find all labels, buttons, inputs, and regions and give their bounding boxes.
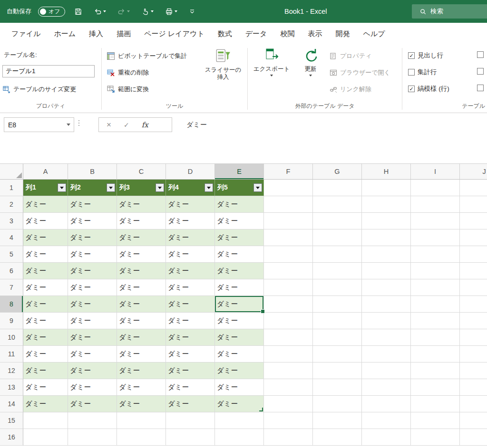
cell-D8[interactable]: ダミー	[166, 296, 215, 313]
save-button[interactable]	[72, 4, 85, 19]
cell-B1[interactable]: 列2	[68, 180, 117, 196]
autosave-toggle[interactable]: オフ	[38, 7, 65, 17]
cell-J2[interactable]	[460, 196, 487, 213]
cell-E2[interactable]: ダミー	[215, 196, 264, 213]
cell-A1[interactable]: 列1	[23, 180, 68, 196]
cell-G12[interactable]	[313, 362, 362, 379]
cell-D12[interactable]: ダミー	[166, 362, 215, 379]
row-header-8[interactable]: 8	[0, 296, 23, 313]
cell-I2[interactable]	[411, 196, 460, 213]
tab-draw[interactable]: 描画	[110, 23, 137, 45]
cancel-button[interactable]: ×	[107, 120, 111, 130]
cell-E13[interactable]: ダミー	[215, 379, 264, 396]
qat-customize-button[interactable]	[186, 4, 198, 19]
cell-I3[interactable]	[411, 213, 460, 229]
cell-H1[interactable]	[362, 180, 411, 196]
column-header-B[interactable]: B	[68, 164, 117, 180]
cell-G4[interactable]	[313, 229, 362, 246]
cell-H7[interactable]	[362, 279, 411, 296]
cell-B11[interactable]: ダミー	[68, 346, 117, 362]
tab-file[interactable]: ファイル	[5, 23, 47, 45]
cell-H13[interactable]	[362, 379, 411, 396]
search-input[interactable]: 検索	[412, 4, 487, 19]
cell-F13[interactable]	[264, 379, 313, 396]
cell-D4[interactable]: ダミー	[166, 229, 215, 246]
cell-C10[interactable]: ダミー	[117, 329, 166, 346]
cell-E10[interactable]: ダミー	[215, 329, 264, 346]
cell-G15[interactable]	[313, 412, 362, 429]
row-header-10[interactable]: 10	[0, 329, 23, 346]
name-box[interactable]: E8	[4, 117, 74, 132]
cell-I9[interactable]	[411, 313, 460, 329]
row-header-6[interactable]: 6	[0, 263, 23, 279]
cell-C15[interactable]	[117, 412, 166, 429]
cell-E6[interactable]: ダミー	[215, 263, 264, 279]
row-header-3[interactable]: 3	[0, 213, 23, 229]
cell-A3[interactable]: ダミー	[23, 213, 68, 229]
cell-D11[interactable]: ダミー	[166, 346, 215, 362]
row-header-4[interactable]: 4	[0, 229, 23, 246]
cell-C6[interactable]: ダミー	[117, 263, 166, 279]
export-button[interactable]: エクスポート	[252, 48, 292, 76]
tab-page-layout[interactable]: ページ レイアウト	[137, 23, 211, 45]
cell-D5[interactable]: ダミー	[166, 246, 215, 263]
cell-H6[interactable]	[362, 263, 411, 279]
total-row-checkbox[interactable]: ✓ 集計行	[408, 68, 437, 76]
cell-A7[interactable]: ダミー	[23, 279, 68, 296]
cell-J5[interactable]	[460, 246, 487, 263]
insert-function-button[interactable]: fx	[142, 121, 148, 129]
cell-A16[interactable]	[23, 429, 68, 446]
cell-F16[interactable]	[264, 429, 313, 446]
cell-J13[interactable]	[460, 379, 487, 396]
cell-J12[interactable]	[460, 362, 487, 379]
cell-H2[interactable]	[362, 196, 411, 213]
table-name-input[interactable]: テーブル1	[2, 65, 95, 77]
cell-B7[interactable]: ダミー	[68, 279, 117, 296]
cell-C1[interactable]: 列3	[117, 180, 166, 196]
cell-A14[interactable]: ダミー	[23, 396, 68, 412]
cell-J11[interactable]	[460, 346, 487, 362]
cell-F4[interactable]	[264, 229, 313, 246]
filter-button-E[interactable]	[253, 183, 262, 192]
cell-I11[interactable]	[411, 346, 460, 362]
column-header-J[interactable]: J	[460, 164, 487, 180]
name-box-dropdown[interactable]	[63, 124, 74, 126]
resize-table-button[interactable]: テーブルのサイズ変更	[2, 84, 76, 95]
cell-A9[interactable]: ダミー	[23, 313, 68, 329]
cell-A15[interactable]	[23, 412, 68, 429]
cell-G11[interactable]	[313, 346, 362, 362]
cell-G14[interactable]	[313, 396, 362, 412]
cell-F1[interactable]	[264, 180, 313, 196]
cell-H10[interactable]	[362, 329, 411, 346]
cell-G8[interactable]	[313, 296, 362, 313]
cell-H4[interactable]	[362, 229, 411, 246]
refresh-button[interactable]: 更新	[297, 48, 324, 76]
cell-D13[interactable]: ダミー	[166, 379, 215, 396]
cell-E9[interactable]: ダミー	[215, 313, 264, 329]
cell-C14[interactable]: ダミー	[117, 396, 166, 412]
cell-B4[interactable]: ダミー	[68, 229, 117, 246]
column-header-C[interactable]: C	[117, 164, 166, 180]
cell-J9[interactable]	[460, 313, 487, 329]
tab-help[interactable]: ヘルプ	[356, 23, 391, 45]
cell-C16[interactable]	[117, 429, 166, 446]
row-header-11[interactable]: 11	[0, 346, 23, 362]
cell-B15[interactable]	[68, 412, 117, 429]
cell-D7[interactable]: ダミー	[166, 279, 215, 296]
cell-H9[interactable]	[362, 313, 411, 329]
row-header-2[interactable]: 2	[0, 196, 23, 213]
column-header-A[interactable]: A	[23, 164, 68, 180]
cell-H12[interactable]	[362, 362, 411, 379]
cell-B2[interactable]: ダミー	[68, 196, 117, 213]
cell-D10[interactable]: ダミー	[166, 329, 215, 346]
cell-E1[interactable]: 列5	[215, 180, 264, 196]
cell-E14[interactable]: ダミー	[215, 396, 264, 412]
row-header-15[interactable]: 15	[0, 412, 23, 429]
cell-E16[interactable]	[215, 429, 264, 446]
cell-D1[interactable]: 列4	[166, 180, 215, 196]
cell-A11[interactable]: ダミー	[23, 346, 68, 362]
cell-I8[interactable]	[411, 296, 460, 313]
undo-button[interactable]	[91, 4, 108, 19]
tab-formulas[interactable]: 数式	[211, 23, 239, 45]
cell-A4[interactable]: ダミー	[23, 229, 68, 246]
